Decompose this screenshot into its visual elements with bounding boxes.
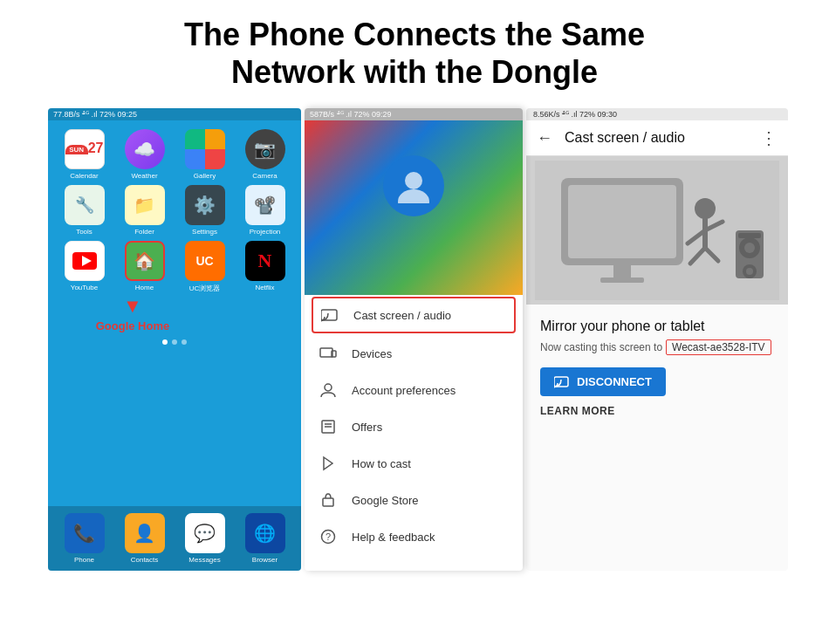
device-name-box: Wecast-ae3528-ITV — [666, 339, 771, 355]
menu-item-help[interactable]: ? Help & feedback — [305, 518, 523, 555]
svg-text:?: ? — [325, 531, 331, 542]
svg-point-8 — [325, 384, 332, 391]
dock-contacts[interactable]: 👤 Contacts — [117, 513, 172, 564]
cast-btn-icon — [554, 376, 570, 388]
menu-list: Cast screen / audio Devices Account pref… — [305, 297, 523, 555]
svg-point-31 — [746, 268, 753, 275]
svg-point-29 — [744, 243, 755, 253]
screen3-header: ← Cast screen / audio ⋮ — [526, 120, 788, 156]
app-home[interactable]: 🏠 Home — [117, 241, 172, 293]
app-grid: SUN 27 Calendar ☁️ Weather Gallery 📷 Cam… — [48, 120, 301, 293]
svg-point-34 — [554, 385, 556, 387]
cast-svg-illustration — [535, 161, 779, 300]
app-projection[interactable]: 📽️ Projection — [237, 185, 292, 236]
svg-marker-12 — [324, 457, 332, 469]
howtocast-icon — [319, 454, 338, 473]
offers-icon — [319, 417, 338, 436]
disconnect-label: DISCONNECT — [577, 375, 652, 388]
cast-content-area: Mirror your phone or tablet Now casting … — [526, 305, 788, 431]
svg-rect-7 — [332, 351, 336, 357]
svg-rect-6 — [320, 348, 332, 357]
cast-illustration — [526, 156, 788, 305]
learn-more-label[interactable]: LEARN MORE — [540, 405, 774, 417]
menu-howtocast-label: How to cast — [352, 457, 411, 470]
menu-cast-label: Cast screen / audio — [353, 309, 451, 322]
account-icon — [319, 380, 338, 400]
svg-point-21 — [695, 198, 716, 219]
app-calendar[interactable]: SUN 27 Calendar — [57, 129, 112, 180]
cast-icon — [320, 305, 339, 325]
menu-item-devices[interactable]: Devices — [305, 335, 523, 372]
app-folder[interactable]: 📁 Folder — [117, 185, 172, 236]
mirror-title: Mirror your phone or tablet — [540, 319, 774, 334]
dot-1 — [162, 339, 168, 345]
menu-item-account[interactable]: Account preferences — [305, 372, 523, 408]
help-icon: ? — [319, 527, 338, 546]
devices-icon — [319, 344, 338, 363]
dock-phone[interactable]: 📞 Phone — [57, 513, 112, 564]
app-weather[interactable]: ☁️ Weather — [117, 129, 172, 180]
page-dots — [48, 332, 301, 348]
svg-rect-20 — [600, 277, 644, 283]
screen3-status-bar: 8.56K/s ⁴ᴳ .ıl 72% 09:30 — [526, 108, 788, 120]
menu-item-store[interactable]: Google Store — [305, 482, 523, 518]
app-netflix[interactable]: N Netflix — [237, 241, 292, 293]
menu-item-cast[interactable]: Cast screen / audio — [312, 297, 516, 333]
screenshots-row: 77.8B/s ⁴ᴳ .ıl 72% 09:25 SUN 27 Calendar… — [0, 108, 829, 571]
menu-offers-label: Offers — [352, 421, 382, 434]
svg-rect-18 — [568, 185, 676, 258]
screen3-cast-detail: 8.56K/s ⁴ᴳ .ıl 72% 09:30 ← Cast screen /… — [526, 108, 788, 571]
app-uc[interactable]: UC UC浏览器 — [177, 241, 232, 293]
menu-devices-label: Devices — [352, 347, 392, 360]
screen1-android-home: 77.8B/s ⁴ᴳ .ıl 72% 09:25 SUN 27 Calendar… — [48, 108, 301, 571]
google-home-indicator: ▼ Google Home — [48, 293, 301, 332]
app-dock: 📞 Phone 👤 Contacts 💬 Messages 🌐 Browser — [48, 506, 301, 571]
menu-item-offers[interactable]: Offers — [305, 408, 523, 445]
google-home-label: Google Home — [48, 319, 292, 332]
back-arrow-icon[interactable]: ← — [537, 129, 552, 147]
app-tools[interactable]: 🔧 Tools — [57, 185, 112, 236]
svg-rect-32 — [738, 233, 761, 238]
app-gallery[interactable]: Gallery — [177, 129, 232, 180]
dock-browser[interactable]: 🌐 Browser — [237, 513, 292, 564]
svg-rect-19 — [613, 265, 631, 278]
dock-messages[interactable]: 💬 Messages — [177, 513, 232, 564]
menu-account-label: Account preferences — [352, 384, 456, 397]
page-title: The Phone Connects the Same Network with… — [0, 0, 829, 105]
menu-store-label: Google Store — [352, 494, 419, 507]
svg-point-5 — [321, 319, 323, 322]
screen2-top-banner — [305, 120, 523, 295]
screen2-status-bar: 587B/s ⁴ᴳ .ıl 72% 09:29 — [305, 108, 523, 120]
app-settings[interactable]: ⚙️ Settings — [177, 185, 232, 236]
screen2-menu: 587B/s ⁴ᴳ .ıl 72% 09:29 — [305, 108, 523, 571]
mirror-subtitle: Now casting this screen to Wecast-ae3528… — [540, 339, 774, 355]
svg-rect-13 — [323, 498, 333, 506]
screen3-title: Cast screen / audio — [565, 130, 760, 146]
down-arrow-icon: ▼ — [48, 297, 292, 316]
svg-point-2 — [405, 172, 422, 189]
menu-item-howtocast[interactable]: How to cast — [305, 445, 523, 482]
page-wrapper: The Phone Connects the Same Network with… — [0, 0, 829, 571]
dot-3 — [182, 339, 187, 345]
app-youtube[interactable]: YouTube — [57, 241, 112, 293]
more-options-icon[interactable]: ⋮ — [760, 127, 778, 148]
disconnect-button[interactable]: DISCONNECT — [540, 367, 666, 396]
menu-help-label: Help & feedback — [352, 531, 435, 544]
user-avatar — [383, 155, 444, 216]
dot-2 — [172, 339, 177, 345]
svg-point-3 — [398, 189, 429, 203]
store-icon — [319, 490, 338, 510]
screen1-status-bar: 77.8B/s ⁴ᴳ .ıl 72% 09:25 — [48, 108, 301, 120]
app-camera[interactable]: 📷 Camera — [237, 129, 292, 180]
